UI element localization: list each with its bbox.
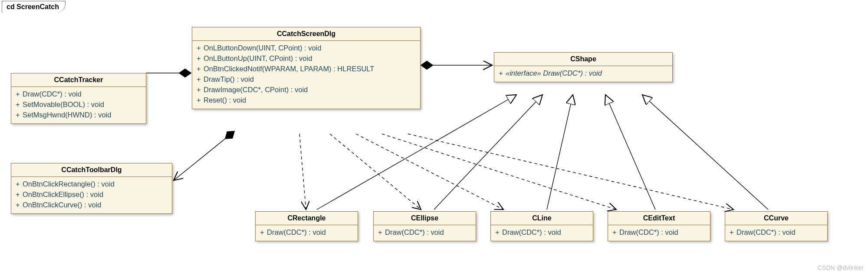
member: +OnBtnClickCurve() : void [16,200,168,210]
class-name: CCatchToolbarDlg [11,163,172,177]
class-cline: CLine +Draw(CDC*) : void [490,211,593,241]
diagram-title: cd ScreenCatch [2,1,66,13]
member: +SetMovable(BOOL) : void [16,99,141,110]
class-name: CShape [494,53,672,66]
member: +OnBtnClickedNotif(WPARAM, LPARAM) : HLR… [197,63,416,74]
class-body: +Draw(CDC*) : void +SetMovable(BOOL) : v… [11,87,146,123]
member: +Draw(CDC*) : void [260,227,353,237]
member: +OnLButtonUp(UINT, CPoint) : void [197,53,416,63]
diagram-title-text: cd ScreenCatch [7,3,59,10]
edge-dep-edittext [382,134,616,210]
edge-dep-line [356,134,503,210]
edge-realize-edittext [605,95,655,210]
uml-canvas: cd ScreenCatch CCatchTracker +Draw(CDC*)… [0,0,868,273]
edge-realize-line [547,95,573,210]
class-ccurve: CCurve +Draw(CDC*) : void [725,211,828,241]
class-name: CCurve [725,212,827,225]
class-crectangle: CRectangle +Draw(CDC*) : void [255,211,358,241]
class-body: +Draw(CDC*) : void [374,225,476,241]
class-name: CLine [491,212,593,225]
class-cedittext: CEditText +Draw(CDC*) : void [608,211,710,241]
class-body: +Draw(CDC*) : void [256,225,358,241]
class-ccatch-tracker: CCatchTracker +Draw(CDC*) : void +SetMov… [11,73,146,124]
member: +DrawTip() : void [197,74,416,84]
class-ccatch-toolbar-dlg: CCatchToolbarDlg +OnBtnClickRectangle() … [11,163,172,214]
member: +Draw(CDC*) : void [495,227,589,237]
edge-realize-rect [317,95,516,210]
member: +OnLButtonDown(UINT, CPoint) : void [197,43,416,53]
edge-dep-rect [299,134,306,210]
class-name: CRectangle [256,212,358,225]
watermark: CSDN @dvlinker [818,264,864,271]
class-body: +OnBtnClickRectangle() : void +OnBtnClic… [11,177,172,213]
member: +Draw(CDC*) : void [730,227,823,237]
class-ccatch-screen-dlg: CCatchScreenDlg +OnLButtonDown(UINT, CPo… [192,27,421,109]
member: +DrawImage(CDC*, CPoint) : void [197,84,416,95]
class-cellipse: CEllipse +Draw(CDC*) : void [373,211,476,241]
member: +OnBtnClickEllipse() : void [16,189,168,200]
class-name: CCatchScreenDlg [192,27,420,41]
member: +SetMsgHwnd(HWND) : void [16,110,141,120]
edge-dep-curve [408,134,733,210]
class-name: CEllipse [374,212,476,225]
edge-realize-curve [642,95,768,210]
class-name: CCatchTracker [11,73,146,87]
class-body: +Draw(CDC*) : void [608,225,710,241]
edge-comp-toolbar [174,131,234,180]
class-name: CEditText [608,212,710,225]
member: +Draw(CDC*) : void [16,89,141,99]
class-body: +Draw(CDC*) : void [725,225,827,241]
class-cshape: CShape +«interface» Draw(CDC*) : void [494,52,673,82]
member: +Draw(CDC*) : void [378,227,471,237]
class-body: +Draw(CDC*) : void [491,225,593,241]
class-body: +«interface» Draw(CDC*) : void [494,66,672,82]
member: +Draw(CDC*) : void [612,227,706,237]
member: +Reset() : void [197,95,416,105]
edge-realize-ellipse [434,95,542,210]
class-body: +OnLButtonDown(UINT, CPoint) : void +OnL… [192,41,420,109]
member: +OnBtnClickRectangle() : void [16,179,168,189]
edge-dep-ellipse [330,134,421,210]
member: +«interface» Draw(CDC*) : void [499,68,668,78]
